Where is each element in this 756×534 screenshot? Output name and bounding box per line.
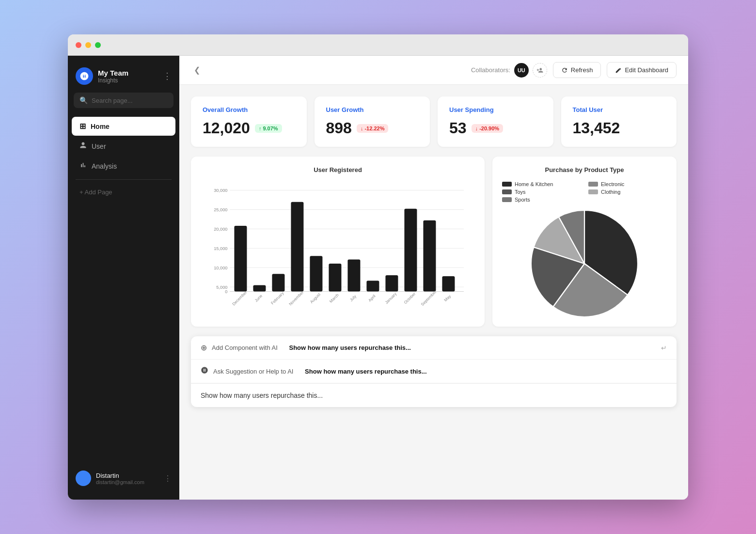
ai-add-label: Add Component with AI: [212, 344, 278, 351]
sidebar-item-home[interactable]: ⊞ Home: [72, 117, 175, 136]
pie-chart-card: Purchase by Product Type Home & Kitchen …: [492, 157, 677, 327]
legend-swatch-0: [502, 182, 512, 187]
svg-text:10,000: 10,000: [214, 266, 227, 270]
refresh-label: Refresh: [571, 66, 593, 74]
nav-items: ⊞ Home User Analysis + Ad: [68, 116, 179, 465]
collapse-sidebar-button[interactable]: ❮: [191, 63, 203, 78]
sidebar: My Team Insights ⋮ 🔍 ⊞ Home: [68, 56, 179, 500]
search-box[interactable]: 🔍: [74, 93, 173, 108]
edit-dashboard-button[interactable]: Edit Dashboard: [607, 62, 677, 78]
pie-chart-svg: [531, 210, 638, 317]
legend-label-4: Sports: [515, 197, 530, 203]
svg-rect-17: [253, 285, 266, 292]
user-name: Distartin: [96, 472, 144, 479]
legend-swatch-2: [502, 189, 512, 194]
user-email: distartin@gmail.com: [96, 479, 144, 485]
badge-0: ↑ 9.07%: [255, 124, 282, 133]
refresh-button[interactable]: Refresh: [553, 62, 601, 78]
enter-icon: ↵: [661, 344, 667, 352]
add-collaborator-button[interactable]: [533, 63, 547, 78]
sidebar-item-analysis[interactable]: Analysis: [72, 157, 175, 175]
svg-text:25,000: 25,000: [214, 207, 227, 212]
ai-add-hint: Show how many users repurchase this...: [289, 344, 410, 351]
svg-rect-19: [272, 274, 284, 291]
svg-text:February: February: [270, 290, 285, 305]
ai-ask-suggestion-option[interactable]: Ask Suggestion or Help to AI Show how ma…: [191, 360, 677, 383]
metric-card-overall-growth: Overall Growth 12,020 ↑ 9.07%: [191, 96, 307, 147]
svg-text:January: January: [384, 291, 398, 305]
metric-card-user-growth: User Growth 898 ↓ -12.22%: [315, 96, 430, 147]
svg-text:May: May: [443, 293, 452, 302]
svg-text:September: September: [420, 289, 437, 307]
pie-chart-area: Home & Kitchen Electronic Toys: [502, 181, 667, 317]
sidebar-item-user-label: User: [92, 142, 106, 150]
ai-ask-label: Ask Suggestion or Help to AI: [213, 368, 293, 375]
charts-row: User Registered: [191, 157, 677, 327]
sidebar-item-analysis-label: Analysis: [92, 162, 117, 170]
ask-ai-icon: [201, 366, 208, 376]
brand-name: My Team: [98, 69, 128, 77]
metric-title-2: User Spending: [449, 106, 542, 113]
pie-legend: Home & Kitchen Electronic Toys: [502, 181, 667, 203]
ai-add-component-option[interactable]: ⊕ Add Component with AI Show how many us…: [191, 336, 677, 360]
minimize-button[interactable]: [85, 42, 91, 48]
legend-label-2: Toys: [515, 189, 526, 195]
metric-title-3: Total User: [573, 106, 665, 113]
svg-rect-29: [366, 281, 379, 291]
svg-text:October: October: [403, 291, 416, 305]
metric-card-total-user: Total User 13,452: [561, 96, 677, 147]
svg-rect-25: [329, 264, 341, 292]
titlebar: [68, 34, 688, 56]
svg-rect-23: [310, 256, 322, 291]
search-input[interactable]: [92, 97, 168, 104]
metric-title-0: Overall Growth: [203, 106, 295, 113]
legend-item-3: Clothing: [588, 189, 667, 195]
fullscreen-button[interactable]: [95, 42, 101, 48]
ai-ask-hint: Show how many users repurchase this...: [305, 368, 426, 375]
svg-text:June: June: [253, 293, 263, 303]
legend-swatch-3: [588, 189, 598, 194]
svg-rect-31: [385, 275, 398, 291]
svg-text:0: 0: [225, 289, 227, 294]
svg-text:15,000: 15,000: [214, 246, 227, 251]
main-content: ❮ Collaborators: UU Refresh Edit Dashboa…: [179, 56, 688, 500]
svg-rect-27: [347, 260, 360, 292]
bar-chart-title: User Registered: [201, 166, 475, 173]
metric-cards: Overall Growth 12,020 ↑ 9.07% User Growt…: [191, 96, 677, 147]
svg-rect-21: [291, 202, 303, 292]
svg-text:November: November: [288, 290, 304, 306]
add-page-label: + Add Page: [79, 188, 112, 196]
legend-swatch-4: [502, 197, 512, 202]
legend-label-1: Electronic: [601, 181, 624, 187]
svg-text:20,000: 20,000: [214, 227, 227, 232]
avatar: [76, 471, 91, 486]
pie-chart-title: Purchase by Product Type: [502, 166, 667, 173]
svg-rect-15: [234, 226, 247, 292]
metric-value-2: 53: [449, 119, 467, 137]
brand-menu-icon[interactable]: ⋮: [163, 71, 172, 81]
svg-rect-33: [404, 209, 417, 292]
svg-text:August: August: [309, 292, 322, 304]
home-icon: ⊞: [79, 122, 86, 131]
legend-item-2: Toys: [502, 189, 581, 195]
metric-value-3: 13,452: [573, 119, 620, 137]
legend-item-1: Electronic: [588, 181, 667, 187]
user-info: Distartin distartin@gmail.com: [76, 471, 144, 486]
search-icon: 🔍: [79, 96, 88, 104]
add-page-button[interactable]: + Add Page: [72, 184, 175, 201]
user-menu-icon[interactable]: ⋮: [164, 474, 172, 483]
sidebar-footer: Distartin distartin@gmail.com ⋮: [68, 465, 179, 492]
sidebar-item-user[interactable]: User: [72, 137, 175, 156]
ai-input-text: Show how many users repurchase this...: [201, 392, 323, 399]
collaborators: Collaborators: UU: [471, 63, 547, 78]
legend-item-4: Sports: [502, 197, 581, 203]
nav-divider: [76, 179, 172, 180]
close-button[interactable]: [76, 42, 81, 48]
edit-dashboard-label: Edit Dashboard: [625, 66, 668, 74]
user-icon: [79, 141, 87, 151]
legend-swatch-1: [588, 182, 598, 187]
svg-text:30,000: 30,000: [214, 188, 227, 193]
svg-text:December: December: [231, 290, 248, 306]
content-area: Overall Growth 12,020 ↑ 9.07% User Growt…: [179, 85, 688, 500]
sidebar-item-home-label: Home: [91, 123, 110, 130]
